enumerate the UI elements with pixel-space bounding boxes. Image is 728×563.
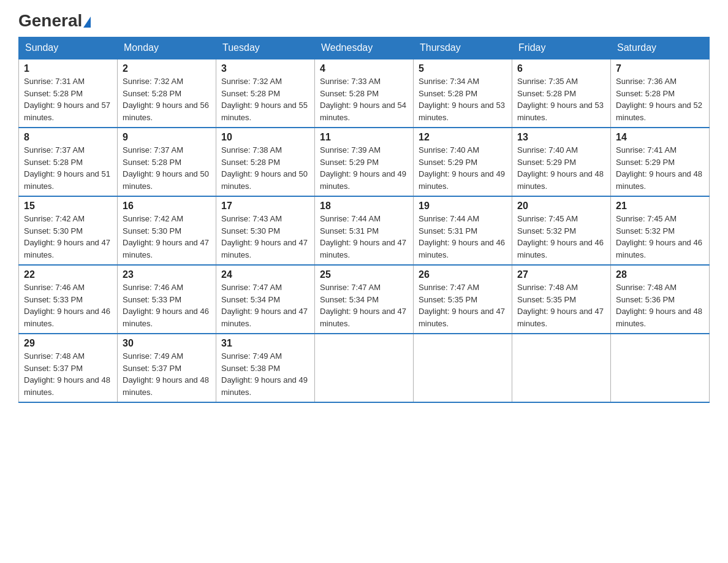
day-info: Sunrise: 7:35 AMSunset: 5:28 PMDaylight:…	[517, 77, 604, 122]
calendar-cell	[512, 334, 611, 402]
day-number: 1	[24, 63, 112, 74]
day-info: Sunrise: 7:41 AMSunset: 5:29 PMDaylight:…	[616, 145, 702, 191]
weekday-header-thursday: Thursday	[414, 37, 512, 59]
logo: General	[18, 12, 91, 31]
calendar-cell	[414, 334, 512, 402]
calendar-cell: 10 Sunrise: 7:38 AMSunset: 5:28 PMDaylig…	[216, 128, 315, 196]
day-info: Sunrise: 7:44 AMSunset: 5:31 PMDaylight:…	[419, 214, 505, 259]
day-info: Sunrise: 7:32 AMSunset: 5:28 PMDaylight:…	[221, 77, 308, 122]
calendar-cell: 3 Sunrise: 7:32 AMSunset: 5:28 PMDayligh…	[216, 59, 315, 128]
calendar-cell: 24 Sunrise: 7:47 AMSunset: 5:34 PMDaylig…	[216, 265, 315, 334]
day-number: 26	[419, 269, 507, 280]
logo-general-text: General	[18, 12, 91, 29]
calendar-cell: 6 Sunrise: 7:35 AMSunset: 5:28 PMDayligh…	[512, 59, 611, 128]
weekday-header-sunday: Sunday	[19, 37, 118, 59]
day-info: Sunrise: 7:47 AMSunset: 5:35 PMDaylight:…	[419, 283, 505, 328]
day-number: 13	[517, 132, 605, 143]
calendar-cell: 29 Sunrise: 7:48 AMSunset: 5:37 PMDaylig…	[19, 334, 118, 402]
page-header: General	[18, 12, 710, 31]
day-number: 31	[221, 338, 309, 349]
calendar-week-row: 8 Sunrise: 7:37 AMSunset: 5:28 PMDayligh…	[19, 128, 710, 196]
calendar-week-row: 22 Sunrise: 7:46 AMSunset: 5:33 PMDaylig…	[19, 265, 710, 334]
day-number: 2	[123, 63, 211, 74]
calendar-cell	[315, 334, 414, 402]
day-info: Sunrise: 7:44 AMSunset: 5:31 PMDaylight:…	[320, 214, 406, 259]
calendar-cell: 11 Sunrise: 7:39 AMSunset: 5:29 PMDaylig…	[315, 128, 414, 196]
day-number: 6	[517, 63, 605, 74]
calendar-cell: 16 Sunrise: 7:42 AMSunset: 5:30 PMDaylig…	[118, 196, 216, 265]
day-info: Sunrise: 7:47 AMSunset: 5:34 PMDaylight:…	[221, 283, 308, 328]
calendar-cell: 4 Sunrise: 7:33 AMSunset: 5:28 PMDayligh…	[315, 59, 414, 128]
calendar-cell: 31 Sunrise: 7:49 AMSunset: 5:38 PMDaylig…	[216, 334, 315, 402]
calendar-table: SundayMondayTuesdayWednesdayThursdayFrid…	[18, 37, 710, 403]
calendar-header-row: SundayMondayTuesdayWednesdayThursdayFrid…	[19, 37, 710, 59]
day-info: Sunrise: 7:36 AMSunset: 5:28 PMDaylight:…	[616, 77, 702, 122]
day-number: 5	[419, 63, 507, 74]
calendar-cell: 1 Sunrise: 7:31 AMSunset: 5:28 PMDayligh…	[19, 59, 118, 128]
day-info: Sunrise: 7:46 AMSunset: 5:33 PMDaylight:…	[24, 283, 110, 328]
day-number: 4	[320, 63, 408, 74]
calendar-cell: 15 Sunrise: 7:42 AMSunset: 5:30 PMDaylig…	[19, 196, 118, 265]
day-info: Sunrise: 7:45 AMSunset: 5:32 PMDaylight:…	[517, 214, 604, 259]
day-number: 12	[419, 132, 507, 143]
logo-triangle-icon	[83, 17, 91, 28]
day-number: 29	[24, 338, 112, 349]
day-info: Sunrise: 7:45 AMSunset: 5:32 PMDaylight:…	[616, 214, 702, 259]
day-number: 18	[320, 201, 408, 212]
day-info: Sunrise: 7:48 AMSunset: 5:35 PMDaylight:…	[517, 283, 604, 328]
day-info: Sunrise: 7:38 AMSunset: 5:28 PMDaylight:…	[221, 145, 308, 191]
calendar-cell: 23 Sunrise: 7:46 AMSunset: 5:33 PMDaylig…	[118, 265, 216, 334]
day-info: Sunrise: 7:47 AMSunset: 5:34 PMDaylight:…	[320, 283, 406, 328]
day-number: 22	[24, 269, 112, 280]
calendar-week-row: 15 Sunrise: 7:42 AMSunset: 5:30 PMDaylig…	[19, 196, 710, 265]
day-number: 10	[221, 132, 309, 143]
calendar-cell: 26 Sunrise: 7:47 AMSunset: 5:35 PMDaylig…	[414, 265, 512, 334]
day-number: 20	[517, 201, 605, 212]
day-info: Sunrise: 7:40 AMSunset: 5:29 PMDaylight:…	[419, 145, 505, 191]
day-number: 16	[123, 201, 211, 212]
weekday-header-monday: Monday	[118, 37, 216, 59]
day-info: Sunrise: 7:46 AMSunset: 5:33 PMDaylight:…	[123, 283, 209, 328]
day-info: Sunrise: 7:40 AMSunset: 5:29 PMDaylight:…	[517, 145, 604, 191]
day-number: 25	[320, 269, 408, 280]
weekday-header-wednesday: Wednesday	[315, 37, 414, 59]
calendar-cell: 17 Sunrise: 7:43 AMSunset: 5:30 PMDaylig…	[216, 196, 315, 265]
calendar-cell: 9 Sunrise: 7:37 AMSunset: 5:28 PMDayligh…	[118, 128, 216, 196]
calendar-cell: 28 Sunrise: 7:48 AMSunset: 5:36 PMDaylig…	[611, 265, 710, 334]
calendar-cell: 30 Sunrise: 7:49 AMSunset: 5:37 PMDaylig…	[118, 334, 216, 402]
weekday-header-friday: Friday	[512, 37, 611, 59]
day-number: 7	[616, 63, 704, 74]
calendar-cell: 25 Sunrise: 7:47 AMSunset: 5:34 PMDaylig…	[315, 265, 414, 334]
calendar-cell: 22 Sunrise: 7:46 AMSunset: 5:33 PMDaylig…	[19, 265, 118, 334]
day-info: Sunrise: 7:33 AMSunset: 5:28 PMDaylight:…	[320, 77, 406, 122]
day-info: Sunrise: 7:49 AMSunset: 5:37 PMDaylight:…	[123, 351, 209, 397]
day-number: 30	[123, 338, 211, 349]
weekday-header-tuesday: Tuesday	[216, 37, 315, 59]
day-number: 15	[24, 201, 112, 212]
weekday-header-saturday: Saturday	[611, 37, 710, 59]
day-info: Sunrise: 7:43 AMSunset: 5:30 PMDaylight:…	[221, 214, 308, 259]
day-info: Sunrise: 7:42 AMSunset: 5:30 PMDaylight:…	[123, 214, 209, 259]
calendar-week-row: 29 Sunrise: 7:48 AMSunset: 5:37 PMDaylig…	[19, 334, 710, 402]
calendar-cell: 12 Sunrise: 7:40 AMSunset: 5:29 PMDaylig…	[414, 128, 512, 196]
day-info: Sunrise: 7:34 AMSunset: 5:28 PMDaylight:…	[419, 77, 505, 122]
calendar-cell: 14 Sunrise: 7:41 AMSunset: 5:29 PMDaylig…	[611, 128, 710, 196]
day-number: 14	[616, 132, 704, 143]
calendar-cell: 19 Sunrise: 7:44 AMSunset: 5:31 PMDaylig…	[414, 196, 512, 265]
day-info: Sunrise: 7:49 AMSunset: 5:38 PMDaylight:…	[221, 351, 308, 397]
day-info: Sunrise: 7:39 AMSunset: 5:29 PMDaylight:…	[320, 145, 406, 191]
day-number: 19	[419, 201, 507, 212]
day-number: 24	[221, 269, 309, 280]
day-number: 9	[123, 132, 211, 143]
day-number: 28	[616, 269, 704, 280]
calendar-cell: 13 Sunrise: 7:40 AMSunset: 5:29 PMDaylig…	[512, 128, 611, 196]
day-info: Sunrise: 7:42 AMSunset: 5:30 PMDaylight:…	[24, 214, 110, 259]
calendar-cell: 7 Sunrise: 7:36 AMSunset: 5:28 PMDayligh…	[611, 59, 710, 128]
day-number: 17	[221, 201, 309, 212]
calendar-week-row: 1 Sunrise: 7:31 AMSunset: 5:28 PMDayligh…	[19, 59, 710, 128]
day-info: Sunrise: 7:48 AMSunset: 5:37 PMDaylight:…	[24, 351, 110, 397]
day-number: 27	[517, 269, 605, 280]
day-info: Sunrise: 7:37 AMSunset: 5:28 PMDaylight:…	[24, 145, 110, 191]
day-info: Sunrise: 7:31 AMSunset: 5:28 PMDaylight:…	[24, 77, 110, 122]
day-info: Sunrise: 7:32 AMSunset: 5:28 PMDaylight:…	[123, 77, 209, 122]
